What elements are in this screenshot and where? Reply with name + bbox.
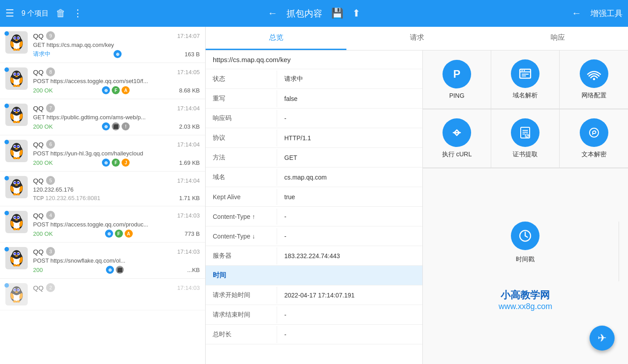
back-right-icon[interactable]: ← [572, 8, 582, 19]
packet-icons: ⊕ [114, 50, 122, 58]
svg-point-53 [14, 182, 16, 184]
svg-point-94 [13, 301, 17, 303]
svg-point-99 [524, 70, 525, 71]
packet-count: 9 个项目 [21, 9, 49, 18]
save-icon[interactable]: 💾 [331, 8, 343, 19]
svg-point-35 [17, 121, 20, 123]
icon-badge-1: ⊕ [106, 266, 114, 274]
share-icon[interactable]: ⬆ [352, 8, 360, 19]
tabs: 总览 请求 响应 [206, 27, 628, 50]
svg-point-79 [15, 255, 18, 257]
fab-button[interactable]: ✈ [590, 326, 615, 351]
list-item[interactable]: QQ 7 17:14:04 GET https://public.gdtimg.… [0, 99, 205, 135]
main-content: QQ 9 17:14:07 GET https://cs.map.qq.com/… [0, 27, 628, 364]
detail-label: 服务器 [206, 247, 277, 264]
svg-point-43 [15, 148, 18, 150]
timestamp-icon[interactable] [511, 222, 539, 250]
packet-url: GET https://public.gdtimg.com/ams-web/p.… [33, 114, 200, 121]
content-area: https://cs.map.qq.com/key 状态 请求中 重写 fals… [206, 50, 628, 364]
tool-decode-label: 文本解密 [582, 151, 607, 159]
packet-app: QQ 7 [33, 104, 55, 113]
tab-overview[interactable]: 总览 [206, 27, 346, 50]
menu-icon[interactable]: ☰ [5, 8, 14, 19]
packet-url: POST https://access.toggle.qq.com/set10/… [33, 78, 200, 84]
list-item[interactable]: QQ 8 17:14:05 POST https://access.toggle… [0, 63, 205, 99]
list-item[interactable]: QQ 9 17:14:07 GET https://cs.map.qq.com/… [0, 27, 205, 63]
detail-label: Kept Alive [206, 189, 277, 205]
packet-time: 17:14:03 [177, 285, 200, 291]
list-item[interactable]: QQ 6 17:14:04 POST https://yun-hl.3g.qq.… [0, 135, 205, 172]
detail-label: 请求结束时间 [206, 306, 277, 323]
packet-header: QQ 2 17:14:03 [33, 283, 200, 292]
tool-network[interactable]: 网络配置 [560, 50, 628, 109]
packet-app: QQ 3 [33, 247, 55, 256]
detail-value: HTTP/1.1 [277, 130, 422, 146]
packet-icons: ⊕ ⬛ [106, 266, 124, 274]
icon-badge-compass: ⊕ [114, 50, 122, 58]
packet-icons: ⊕ F A [102, 86, 130, 94]
avatar [5, 283, 28, 305]
right-panel: 总览 请求 响应 https://cs.map.qq.com/key 状态 请求… [206, 27, 628, 364]
svg-point-5 [14, 37, 16, 39]
list-item[interactable]: QQ 4 17:14:03 POST https://access.toggle… [0, 206, 205, 243]
list-item[interactable]: QQ 3 17:14:03 POST https://snowflake.qq.… [0, 243, 205, 279]
detail-row-protocol: 协议 HTTP/1.1 [206, 128, 422, 148]
packet-num: 4 [46, 211, 55, 220]
icon-badge-2: ⬛ [112, 122, 120, 130]
detail-value: 请求中 [277, 71, 422, 88]
icon-badge-3: A [125, 230, 133, 238]
icon-badge-2: F [112, 159, 120, 167]
packet-size: 163 B [185, 51, 200, 58]
packet-footer: 200 OK ⊕ F A 8.68 KB [33, 86, 200, 94]
promo-brand: 小高教学网 [498, 289, 552, 302]
tab-request[interactable]: 请求 [346, 27, 487, 50]
more-icon[interactable]: ⋮ [73, 8, 83, 19]
packet-url: GET https://cs.map.qq.com/key [33, 42, 200, 48]
detail-value: - [277, 209, 422, 225]
packet-app: QQ 8 [33, 67, 55, 76]
packet-status: TCP 120.232.65.176:8081 [33, 195, 101, 201]
detail-value: 2022-04-17 17:14:07.191 [277, 287, 422, 303]
tools-label: 增强工具 [590, 8, 623, 19]
icon-badge-1: ⊕ [102, 86, 110, 94]
tool-decode[interactable]: 文本解密 [560, 109, 628, 168]
packet-size: 1.71 KB [179, 195, 200, 201]
status-dot [4, 176, 9, 180]
packet-time: 17:14:03 [177, 248, 200, 255]
svg-point-17 [14, 73, 16, 75]
detail-label: 状态 [206, 71, 277, 88]
svg-point-34 [13, 121, 17, 123]
tool-cert[interactable]: 证书提取 [491, 109, 560, 168]
list-item[interactable]: QQ 5 17:14:04 120.232.65.176 TCP 120.232… [0, 172, 205, 206]
tool-ping[interactable]: P PING [423, 50, 491, 109]
toolbar-left: ☰ 9 个项目 🗑 ⋮ [5, 8, 211, 19]
packet-status: 200 OK [33, 230, 53, 237]
packet-info: QQ 4 17:14:03 POST https://access.toggle… [33, 211, 200, 238]
detail-row-domain: 域名 cs.map.qq.com [206, 167, 422, 187]
packet-info: QQ 6 17:14:04 POST https://yun-hl.3g.qq.… [33, 140, 200, 167]
back-left-icon[interactable]: ← [268, 8, 278, 19]
packet-footer: 200 ⊕ ⬛ ...KB [33, 266, 200, 274]
packet-header: QQ 5 17:14:04 [33, 176, 200, 185]
detail-row-start-time: 请求开始时间 2022-04-17 17:14:07.191 [206, 285, 422, 305]
svg-point-62 [12, 214, 21, 223]
packet-num: 9 [46, 31, 55, 40]
detail-value: - [277, 326, 422, 343]
packet-list: QQ 9 17:14:07 GET https://cs.map.qq.com/… [0, 27, 206, 364]
avatar-img [5, 283, 28, 305]
packet-status: 请求中 [33, 50, 51, 58]
avatar [5, 247, 28, 269]
icon-badge-2: ⬛ [116, 266, 124, 274]
packet-header: QQ 9 17:14:07 [33, 31, 200, 40]
avatar [5, 104, 28, 126]
toolbar: ☰ 9 个项目 🗑 ⋮ ← 抓包内容 💾 ⬆ ← 增强工具 [0, 0, 628, 27]
tool-curl[interactable]: 执行 cURL [423, 109, 491, 168]
tool-curl-label: 执行 cURL [442, 151, 472, 159]
list-item[interactable]: QQ 2 17:14:03 [0, 279, 205, 310]
delete-icon[interactable]: 🗑 [56, 8, 66, 19]
svg-point-89 [14, 289, 16, 291]
tool-dns[interactable]: 域名解析 [491, 50, 560, 109]
tab-response[interactable]: 响应 [487, 27, 628, 50]
detail-label: Content-Type ↓ [206, 228, 277, 244]
app-name: QQ [33, 212, 43, 219]
